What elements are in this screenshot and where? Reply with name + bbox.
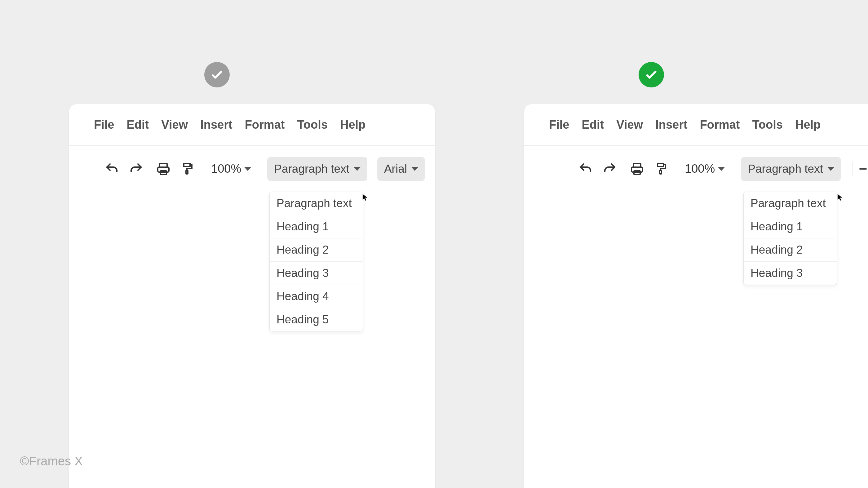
- dropdown-option[interactable]: Paragraph text: [744, 192, 837, 215]
- menubar: File Edit View Insert Format Tools Help: [524, 104, 868, 146]
- zoom-selector[interactable]: 100%: [211, 162, 251, 176]
- print-button[interactable]: [154, 160, 173, 178]
- dropdown-option[interactable]: Heading 1: [270, 215, 363, 238]
- editor-window: File Edit View Insert Format Tools Help: [69, 104, 435, 488]
- dropdown-option[interactable]: Paragraph text: [270, 192, 363, 215]
- chevron-down-icon: [354, 167, 361, 171]
- chevron-down-icon: [718, 167, 725, 171]
- dropdown-option[interactable]: Heading 2: [744, 238, 837, 262]
- text-style-selector[interactable]: Paragraph text: [741, 157, 841, 181]
- editor-window: File Edit View Insert Format Tools Help: [524, 104, 868, 488]
- chevron-down-icon: [827, 167, 834, 171]
- undo-button[interactable]: [103, 160, 121, 178]
- dropdown-option[interactable]: Heading 1: [744, 215, 837, 238]
- redo-icon: [602, 161, 617, 176]
- text-style-value: Paragraph text: [748, 162, 823, 176]
- dropdown-option[interactable]: Heading 2: [270, 238, 363, 262]
- text-style-dropdown: Paragraph text Heading 1 Heading 2 Headi…: [743, 192, 837, 285]
- print-button[interactable]: [628, 160, 646, 178]
- zoom-selector[interactable]: 100%: [685, 162, 725, 176]
- chevron-down-icon: [411, 167, 418, 171]
- redo-icon: [129, 161, 144, 176]
- menubar: File Edit View Insert Format Tools Help: [69, 104, 435, 146]
- cursor-icon: [837, 191, 845, 203]
- menu-edit[interactable]: Edit: [126, 118, 149, 131]
- menu-format[interactable]: Format: [245, 118, 285, 131]
- chevron-down-icon: [244, 167, 251, 171]
- dropdown-option[interactable]: Heading 3: [270, 262, 363, 285]
- font-value: Arial: [384, 162, 407, 176]
- paint-format-button[interactable]: [178, 160, 197, 178]
- print-icon: [630, 161, 645, 176]
- print-icon: [156, 161, 171, 176]
- menu-view[interactable]: View: [616, 118, 643, 131]
- dropdown-option[interactable]: Heading 4: [270, 285, 363, 308]
- menu-tools[interactable]: Tools: [752, 118, 783, 131]
- text-style-selector[interactable]: Paragraph text: [267, 157, 367, 181]
- menu-format[interactable]: Format: [700, 118, 740, 131]
- minus-icon: [858, 163, 868, 175]
- status-badge-gray: [204, 62, 230, 87]
- menu-file[interactable]: File: [94, 118, 114, 131]
- text-style-dropdown: Paragraph text Heading 1 Heading 2 Headi…: [269, 192, 363, 331]
- font-selector[interactable]: Arial: [377, 157, 425, 181]
- menu-tools[interactable]: Tools: [297, 118, 328, 131]
- menu-help[interactable]: Help: [340, 118, 366, 131]
- check-icon: [210, 68, 224, 82]
- paint-format-button[interactable]: [652, 160, 671, 178]
- dropdown-option[interactable]: Heading 3: [744, 262, 837, 285]
- toolbar: 100% Paragraph text Paragraph text Headi…: [524, 146, 868, 192]
- menu-insert[interactable]: Insert: [655, 118, 687, 131]
- menu-file[interactable]: File: [549, 118, 569, 131]
- undo-icon: [578, 161, 593, 176]
- toolbar: 100% Paragraph text Arial Paragraph text…: [69, 146, 435, 192]
- undo-icon: [104, 161, 119, 176]
- paint-icon: [180, 161, 195, 176]
- paint-icon: [654, 161, 669, 176]
- undo-button[interactable]: [576, 160, 595, 178]
- redo-button[interactable]: [600, 160, 619, 178]
- zoom-value: 100%: [211, 162, 241, 176]
- menu-edit[interactable]: Edit: [582, 118, 604, 131]
- check-icon: [644, 68, 658, 82]
- menu-help[interactable]: Help: [795, 118, 820, 131]
- redo-button[interactable]: [127, 160, 145, 178]
- decrease-button[interactable]: [852, 160, 868, 178]
- copyright: ©Frames X: [20, 454, 83, 468]
- menu-view[interactable]: View: [161, 118, 188, 131]
- dropdown-option[interactable]: Heading 5: [270, 308, 363, 331]
- status-badge-green: [639, 62, 664, 87]
- zoom-value: 100%: [685, 162, 715, 176]
- menu-insert[interactable]: Insert: [200, 118, 232, 131]
- text-style-value: Paragraph text: [274, 162, 349, 176]
